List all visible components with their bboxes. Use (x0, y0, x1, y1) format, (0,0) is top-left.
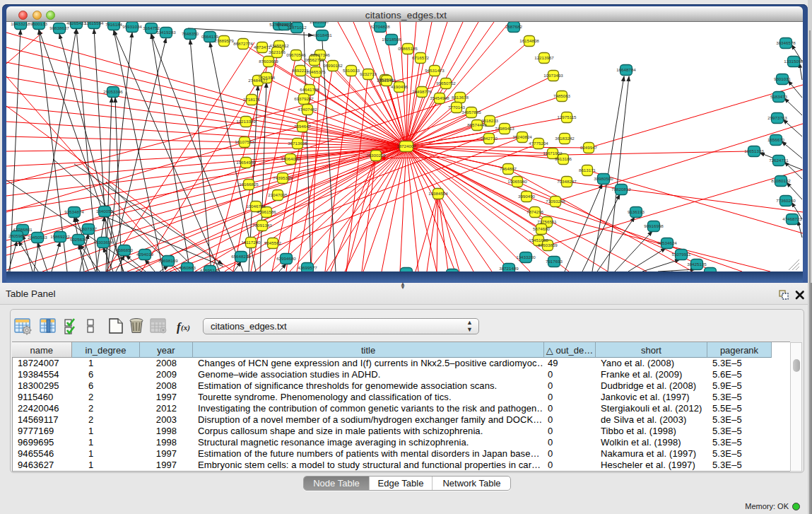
svg-text:11671902: 11671902 (543, 151, 563, 156)
svg-text:38425135: 38425135 (687, 262, 707, 267)
svg-text:43699577: 43699577 (298, 265, 317, 270)
svg-text:15451680: 15451680 (529, 238, 548, 243)
svg-text:40265423: 40265423 (66, 22, 86, 25)
svg-text:87603669: 87603669 (259, 59, 278, 64)
svg-text:95931034: 95931034 (122, 24, 142, 29)
svg-text:78091343: 78091343 (252, 223, 272, 228)
svg-text:29053346: 29053346 (103, 89, 123, 94)
svg-text:11615594: 11615594 (84, 22, 104, 25)
svg-text:12975115: 12975115 (557, 115, 577, 119)
svg-text:19654955: 19654955 (236, 160, 256, 165)
svg-text:2718176: 2718176 (243, 97, 261, 102)
svg-text:47407482: 47407482 (298, 107, 317, 112)
svg-text:85574443: 85574443 (467, 122, 487, 127)
svg-text:4060883: 4060883 (179, 265, 196, 270)
svg-text:36713695: 36713695 (288, 141, 307, 146)
svg-text:9413186: 9413186 (555, 156, 572, 161)
svg-text:53419283: 53419283 (156, 30, 176, 35)
svg-text:28498776: 28498776 (412, 89, 432, 94)
svg-text:19065940: 19065940 (507, 179, 527, 184)
svg-text:7816184: 7816184 (105, 22, 123, 27)
svg-text:65648236: 65648236 (231, 254, 251, 259)
svg-text:3623166: 3623166 (269, 49, 286, 54)
svg-text:86872774: 86872774 (233, 41, 253, 46)
svg-text:1607337: 1607337 (80, 226, 98, 231)
svg-text:6716572: 6716572 (412, 55, 430, 60)
svg-text:42786801: 42786801 (13, 227, 33, 232)
svg-text:8613171: 8613171 (579, 168, 596, 173)
svg-text:0249947: 0249947 (580, 145, 598, 150)
svg-text:62704828: 62704828 (370, 24, 390, 29)
svg-text:71093248: 71093248 (546, 199, 565, 204)
svg-text:74989413: 74989413 (495, 126, 514, 131)
svg-text:4190496: 4190496 (391, 84, 408, 89)
svg-text:18724007: 18724007 (396, 144, 416, 148)
svg-text:47775204: 47775204 (529, 141, 548, 146)
svg-text:81080132: 81080132 (771, 178, 791, 183)
svg-text:13315098: 13315098 (784, 59, 803, 64)
svg-text:(x): (x) (181, 323, 190, 332)
svg-text:70348247: 70348247 (557, 179, 577, 184)
svg-text:1640052: 1640052 (96, 209, 114, 214)
svg-text:5045562: 5045562 (264, 240, 282, 245)
svg-text:19218506: 19218506 (382, 37, 401, 42)
svg-text:9232719: 9232719 (360, 71, 377, 76)
svg-text:35454948: 35454948 (430, 95, 449, 100)
svg-text:62994680: 62994680 (276, 256, 296, 261)
svg-text:2687682: 2687682 (505, 24, 523, 29)
svg-text:12213967: 12213967 (534, 55, 554, 60)
svg-text:7770143: 7770143 (448, 105, 466, 110)
svg-text:19384554: 19384554 (428, 191, 448, 196)
svg-text:06990162: 06990162 (323, 63, 343, 68)
svg-text:48018451: 48018451 (312, 33, 332, 37)
svg-text:20450533: 20450533 (28, 235, 47, 240)
svg-text:19166825: 19166825 (239, 182, 259, 187)
svg-text:10973493: 10973493 (543, 73, 563, 78)
svg-text:5310033: 5310033 (343, 68, 360, 73)
svg-text:7485063: 7485063 (553, 93, 571, 98)
svg-text:78820812: 78820812 (611, 187, 631, 192)
svg-text:7464887: 7464887 (500, 166, 517, 171)
svg-text:12213389: 12213389 (236, 119, 256, 124)
svg-text:3518233: 3518233 (481, 118, 499, 123)
svg-text:44064090: 44064090 (281, 156, 300, 161)
svg-text:29973763: 29973763 (767, 115, 787, 120)
svg-text:74395339: 74395339 (273, 175, 293, 180)
svg-text:21047095: 21047095 (268, 192, 288, 197)
svg-text:16154808: 16154808 (519, 38, 539, 43)
svg-text:1656670: 1656670 (767, 137, 785, 142)
svg-text:16107553: 16107553 (235, 139, 254, 144)
svg-text:87603859: 87603859 (538, 243, 558, 247)
svg-text:6025634: 6025634 (70, 237, 88, 242)
svg-text:7826398: 7826398 (258, 75, 276, 80)
svg-text:43303654: 43303654 (93, 240, 113, 245)
svg-text:7594647: 7594647 (294, 124, 312, 129)
svg-text:32871012: 32871012 (287, 25, 307, 30)
svg-text:20465375: 20465375 (306, 69, 326, 74)
svg-text:38346578: 38346578 (776, 40, 796, 45)
svg-text:69379237: 69379237 (294, 96, 314, 101)
svg-text:5183473: 5183473 (770, 94, 788, 99)
svg-text:9136193: 9136193 (628, 209, 645, 214)
svg-text:4586850: 4586850 (116, 247, 134, 252)
svg-text:7917693: 7917693 (546, 259, 563, 264)
svg-text:72624731: 72624731 (769, 158, 789, 163)
svg-text:9600133: 9600133 (30, 22, 48, 26)
svg-text:0842710: 0842710 (481, 136, 498, 141)
svg-text:90838637: 90838637 (49, 25, 69, 30)
svg-text:06562729: 06562729 (305, 57, 324, 62)
svg-text:9301031: 9301031 (774, 76, 792, 81)
svg-text:8313678: 8313678 (452, 95, 469, 100)
svg-text:38721489: 38721489 (499, 266, 519, 271)
svg-text:71756551: 71756551 (537, 219, 557, 224)
svg-text:45961586: 45961586 (257, 209, 276, 214)
svg-text:05865185: 05865185 (398, 46, 418, 51)
svg-text:99650752: 99650752 (436, 81, 456, 86)
svg-text:34957885: 34957885 (461, 110, 481, 115)
svg-text:64641708: 64641708 (300, 87, 319, 92)
svg-text:47468723: 47468723 (782, 216, 802, 221)
svg-text:93534874: 93534874 (64, 209, 84, 214)
svg-text:10651333: 10651333 (744, 148, 764, 153)
svg-text:26916697: 26916697 (310, 22, 329, 24)
svg-text:16648784: 16648784 (616, 67, 636, 72)
